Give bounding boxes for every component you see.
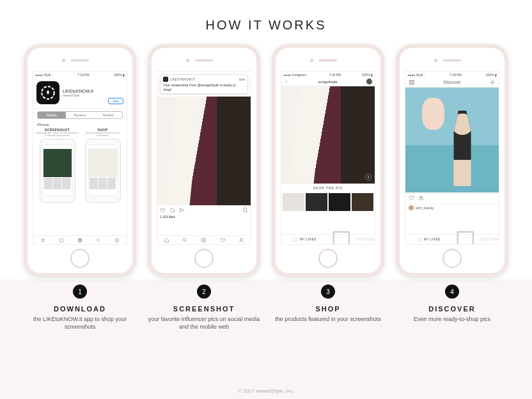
gear-icon[interactable] xyxy=(489,79,496,86)
home-icon xyxy=(164,237,169,243)
step-badge-4: 4 xyxy=(445,285,459,299)
app-tabbar[interactable]: MY LIKES DISCOVER xyxy=(405,234,499,244)
home-button[interactable] xyxy=(70,249,90,268)
screen-discover: ●●●● Style ◦ 7:19 PM 100% ▮ Discover xyxy=(405,71,499,245)
get-button[interactable]: Get xyxy=(108,98,123,104)
svg-rect-21 xyxy=(458,231,473,245)
heart-icon xyxy=(160,207,166,213)
discover-title: Discover xyxy=(443,80,460,84)
updates-icon xyxy=(114,238,120,243)
nav-bar: songofstyle xyxy=(281,77,375,86)
svg-rect-13 xyxy=(334,231,349,245)
send-icon xyxy=(179,207,185,213)
caption-body-1: the LIKEtoKNOW.it app to shop your scree… xyxy=(24,315,136,331)
like-count: 1,103 likes xyxy=(157,215,251,219)
svg-point-7 xyxy=(164,78,167,81)
caption-title-2: SCREENSHOT xyxy=(148,305,260,313)
svg-point-18 xyxy=(492,81,494,83)
product-thumb[interactable] xyxy=(329,193,350,211)
app-name: LIKEtoKNOW.it xyxy=(63,89,93,93)
search-icon xyxy=(182,237,188,243)
phone-row: ●●●● Style ◦ 7:19 PM 100% ▮ LIKEtoKNOW.i… xyxy=(0,44,532,277)
notif-body: Your screenshot from @songofstyle is rea… xyxy=(163,83,245,91)
phone-1: ●●●● Style ◦ 7:19 PM 100% ▮ LIKEtoKNOW.i… xyxy=(24,44,136,277)
app-icon xyxy=(36,81,59,104)
tab-discover[interactable]: DISCOVER xyxy=(452,235,499,244)
discover-photo[interactable] xyxy=(405,88,499,192)
caption-title-1: DOWNLOAD xyxy=(24,305,136,313)
platform-label: iPhone xyxy=(33,121,127,128)
home-button[interactable] xyxy=(194,249,214,268)
profile-icon xyxy=(239,237,244,243)
caption-body-3: the products featured in your screenshot… xyxy=(272,315,384,323)
user-avatar xyxy=(409,205,414,210)
instagram-photo[interactable] xyxy=(157,97,251,205)
step-badge-3: 3 xyxy=(321,285,335,299)
phone-2: LIKETOKNOW.IT now Your screenshot from @… xyxy=(148,44,260,277)
photo-actions[interactable] xyxy=(405,192,499,204)
phone-4: ●●●● Style ◦ 7:19 PM 100% ▮ Discover xyxy=(396,44,508,277)
avatar[interactable] xyxy=(366,79,372,84)
user-row[interactable]: aylin_koenig xyxy=(405,204,499,212)
svg-rect-3 xyxy=(79,239,81,242)
user-handle: aylin_koenig xyxy=(416,206,434,210)
ltk-logo-icon xyxy=(293,237,298,242)
screen-shop: ●●●● Instagram ◦ 7:19 PM 100% ▮ songofst… xyxy=(281,71,375,245)
share-icon xyxy=(418,195,424,201)
ltk-logo-icon xyxy=(417,237,422,242)
appstore-tabbar[interactable] xyxy=(33,235,127,244)
notification-banner[interactable]: LIKETOKNOW.IT now Your screenshot from @… xyxy=(160,74,248,94)
bookmark-icon xyxy=(242,207,248,213)
back-icon[interactable] xyxy=(284,79,289,84)
tab-discover[interactable]: DISCOVER xyxy=(328,235,375,244)
svg-rect-4 xyxy=(81,239,81,242)
notif-app-icon xyxy=(163,77,168,82)
caption-title-4: DISCOVER xyxy=(396,305,508,313)
discover-icon xyxy=(452,226,479,245)
tab-reviews: Reviews xyxy=(66,112,94,118)
svg-point-5 xyxy=(97,239,99,241)
screen-appstore: ●●●● Style ◦ 7:19 PM 100% ▮ LIKEtoKNOW.i… xyxy=(33,71,127,245)
svg-point-10 xyxy=(240,239,242,240)
phone-3: ●●●● Instagram ◦ 7:19 PM 100% ▮ songofst… xyxy=(272,44,384,277)
grid-icon[interactable] xyxy=(409,79,415,86)
shop-the-pic-label: SHOP THE PIC xyxy=(281,184,375,192)
product-strip[interactable] xyxy=(281,192,375,212)
status-bar: ●●●● Style ◦ 7:19 PM 100% ▮ xyxy=(405,72,499,77)
nav-title: songofstyle xyxy=(318,80,337,84)
home-button[interactable] xyxy=(442,249,462,268)
caption-title-3: SHOP xyxy=(272,305,384,313)
app-tabbar[interactable]: MY LIKES DISCOVER xyxy=(281,234,375,244)
caption-body-4: Even more ready-to-shop pics xyxy=(396,315,508,323)
status-bar: ●●●● Instagram ◦ 7:19 PM 100% ▮ xyxy=(281,72,375,77)
tab-mylikes[interactable]: MY LIKES xyxy=(281,235,328,244)
preview-sub-1: Screenshot pics of your favorite influen… xyxy=(36,132,79,137)
discover-icon xyxy=(328,226,355,245)
tab-related: Related xyxy=(94,112,122,118)
heart-icon xyxy=(409,195,414,201)
page-title: HOW IT WORKS xyxy=(0,18,532,33)
svg-point-8 xyxy=(184,239,187,242)
post-actions[interactable] xyxy=(157,205,251,215)
svg-rect-17 xyxy=(412,82,414,84)
svg-rect-14 xyxy=(410,80,412,82)
product-thumb[interactable] xyxy=(306,193,327,211)
comment-icon xyxy=(169,207,175,213)
svg-point-20 xyxy=(418,238,421,241)
tab-mylikes[interactable]: MY LIKES xyxy=(405,235,452,244)
svg-rect-15 xyxy=(412,80,414,82)
discover-header: Discover xyxy=(405,77,499,88)
svg-point-12 xyxy=(294,238,297,241)
captions-row: DOWNLOAD the LIKEtoKNOW.it app to shop y… xyxy=(0,305,532,331)
home-button[interactable] xyxy=(318,249,338,268)
ltk-badge-icon xyxy=(364,173,372,181)
search-icon xyxy=(96,238,101,243)
product-thumb[interactable] xyxy=(283,193,304,211)
categories-icon xyxy=(59,238,64,243)
segmented-control[interactable]: Details Reviews Related xyxy=(37,111,123,119)
main-photo[interactable] xyxy=(281,86,375,184)
notif-app-name: LIKETOKNOW.IT xyxy=(170,77,195,81)
product-thumb[interactable] xyxy=(352,193,373,211)
instagram-tabbar[interactable] xyxy=(157,235,251,244)
footer-copyright: © 2017 rewardStyle, Inc. xyxy=(0,388,532,394)
